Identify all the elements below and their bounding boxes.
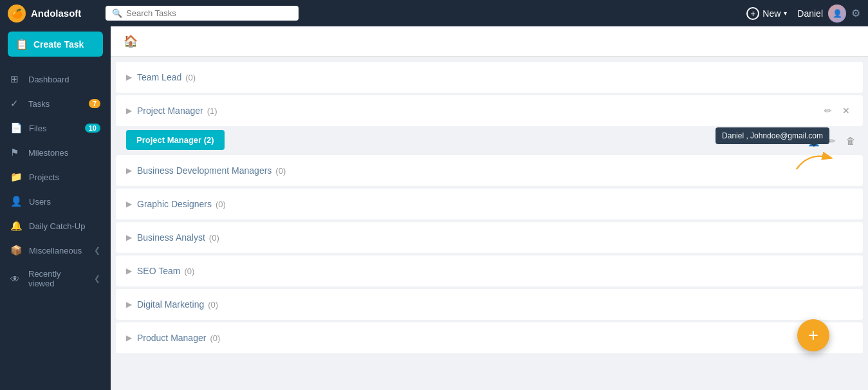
sidebar-item-tasks[interactable]: ✓ Tasks 7 bbox=[0, 91, 111, 116]
arrow-indicator bbox=[794, 147, 833, 175]
group-row: ▶ Project Manager (1) ✏ ✕ bbox=[116, 95, 863, 126]
group-count: (0) bbox=[208, 300, 218, 310]
group-count: (0) bbox=[184, 266, 194, 276]
user-name: Daniel bbox=[797, 8, 823, 19]
group-count: (0) bbox=[216, 200, 226, 209]
sidebar-item-label: Tasks bbox=[28, 99, 50, 109]
delete-button[interactable]: 🗑 bbox=[844, 135, 858, 147]
miscellaneous-icon: 📦 bbox=[10, 245, 23, 256]
group-row: ▶ Digital Marketing (0) ✏ ✕ bbox=[116, 289, 863, 320]
group-name: Digital Marketing bbox=[137, 299, 204, 310]
files-badge: 10 bbox=[85, 124, 100, 133]
group-name: Business Development Managers bbox=[137, 165, 272, 176]
chevron-right-icon: ❮ bbox=[94, 274, 100, 283]
group-name: Team Lead bbox=[137, 72, 181, 82]
task-icon: 📋 bbox=[15, 38, 28, 50]
sidebar-item-miscellaneous[interactable]: 📦 Miscellaneous ❮ bbox=[0, 238, 111, 263]
sidebar-item-projects[interactable]: 📁 Projects bbox=[0, 165, 111, 189]
group-count: (0) bbox=[275, 166, 286, 176]
sidebar-item-milestones[interactable]: ⚑ Milestones bbox=[0, 140, 111, 165]
tasks-badge: 7 bbox=[89, 99, 100, 108]
recently-viewed-icon: 👁 bbox=[10, 274, 22, 284]
content-area: 🏠 ▶ Team Lead (0) ✏ ✕ ▶ Project Manager … bbox=[111, 26, 868, 390]
chevron-right-icon: ❮ bbox=[94, 246, 100, 255]
edit-button[interactable]: ✏ bbox=[822, 265, 835, 277]
edit-button[interactable]: ✏ bbox=[822, 298, 835, 311]
group-count: (0) bbox=[210, 333, 220, 343]
group-row: ▶ SEO Team (0) ✏ ✕ bbox=[116, 255, 863, 286]
group-count: (1) bbox=[207, 106, 217, 116]
group-row: ▶ Graphic Designers (0) ✏ ✕ bbox=[116, 189, 863, 219]
group-name: Product Manager bbox=[137, 333, 206, 343]
delete-button[interactable]: ✕ bbox=[840, 298, 853, 311]
edit-button[interactable]: ✏ bbox=[822, 104, 835, 117]
milestones-icon: ⚑ bbox=[10, 147, 22, 158]
topnav-right: + New ▾ Daniel 👤 ⚙ bbox=[746, 5, 860, 23]
dashboard-icon: ⊞ bbox=[10, 73, 22, 85]
edit-button[interactable]: ✏ bbox=[822, 231, 835, 244]
group-row: ▶ Business Analyst (0) ✏ ✕ bbox=[116, 222, 863, 253]
sidebar-item-label: Milestones bbox=[28, 148, 68, 158]
sidebar-item-label: Daily Catch-Up bbox=[29, 221, 85, 231]
assigned-row-container: Project Manager (2) Daniel , Johndoe@gma… bbox=[111, 129, 868, 153]
group-row: ▶ Product Manager (0) ✏ ✕ bbox=[116, 322, 863, 353]
create-task-label: Create Task bbox=[33, 39, 84, 50]
main-layout: 📋 Create Task ⊞ Dashboard ✓ Tasks 7 📄 Fi… bbox=[0, 26, 868, 390]
sidebar-item-label: Users bbox=[29, 197, 51, 207]
files-icon: 📄 bbox=[10, 122, 23, 134]
chevron-expand-icon[interactable]: ▶ bbox=[126, 333, 132, 342]
tooltip-text: Daniel , Johndoe@gmail.com bbox=[722, 131, 823, 140]
sidebar-item-label: Files bbox=[29, 124, 46, 133]
group-name: SEO Team bbox=[137, 266, 180, 276]
edit-button[interactable]: ✏ bbox=[822, 198, 835, 210]
assigned-button[interactable]: Project Manager (2) bbox=[126, 130, 225, 150]
sidebar-item-daily-catch-up[interactable]: 🔔 Daily Catch-Up bbox=[0, 214, 111, 238]
tasks-icon: ✓ bbox=[10, 98, 22, 109]
project-manager-row-wrapper: ▶ Project Manager (1) ✏ ✕ bbox=[111, 95, 868, 126]
new-button[interactable]: + New ▾ bbox=[746, 7, 787, 20]
delete-button[interactable]: ✕ bbox=[840, 265, 853, 277]
sidebar: 📋 Create Task ⊞ Dashboard ✓ Tasks 7 📄 Fi… bbox=[0, 26, 111, 390]
group-name: Project Manager bbox=[137, 106, 203, 116]
delete-button[interactable]: ✕ bbox=[840, 104, 853, 117]
chevron-expand-icon[interactable]: ▶ bbox=[126, 73, 132, 82]
create-task-button[interactable]: 📋 Create Task bbox=[8, 32, 103, 57]
row-actions: ✏ ✕ bbox=[822, 104, 853, 117]
delete-button[interactable]: ✕ bbox=[840, 71, 853, 84]
group-row: ▶ Business Development Managers (0) ✏ ✕ bbox=[116, 155, 863, 186]
chevron-expand-icon[interactable]: ▶ bbox=[126, 200, 132, 209]
home-icon[interactable]: 🏠 bbox=[124, 34, 138, 48]
app-logo: 🍊 Andolasoft bbox=[8, 5, 98, 23]
delete-button[interactable]: ✕ bbox=[840, 231, 853, 244]
sidebar-item-files[interactable]: 📄 Files 10 bbox=[0, 116, 111, 140]
chevron-expand-icon[interactable]: ▶ bbox=[126, 166, 132, 175]
chevron-expand-icon[interactable]: ▶ bbox=[126, 266, 132, 275]
chevron-expand-icon[interactable]: ▶ bbox=[126, 233, 132, 242]
new-label: New bbox=[762, 8, 780, 19]
search-input[interactable] bbox=[126, 8, 292, 18]
edit-button[interactable]: ✏ bbox=[822, 71, 835, 84]
chevron-expand-icon[interactable]: ▶ bbox=[126, 106, 132, 115]
content-header: 🏠 bbox=[111, 26, 868, 57]
sidebar-item-label: Miscellaneous bbox=[29, 246, 82, 255]
sidebar-item-recently-viewed[interactable]: 👁 Recently viewed ❮ bbox=[0, 263, 111, 295]
group-count: (0) bbox=[185, 73, 196, 82]
sidebar-item-users[interactable]: 👤 Users bbox=[0, 189, 111, 214]
group-count: (0) bbox=[209, 233, 219, 243]
plus-circle-icon: + bbox=[746, 7, 759, 20]
delete-button[interactable]: ✕ bbox=[840, 331, 853, 344]
delete-button[interactable]: ✕ bbox=[840, 164, 853, 177]
search-box[interactable]: 🔍 bbox=[106, 6, 299, 21]
chevron-expand-icon[interactable]: ▶ bbox=[126, 300, 132, 309]
projects-icon: 📁 bbox=[10, 171, 23, 183]
search-icon: 🔍 bbox=[112, 8, 122, 18]
sidebar-item-dashboard[interactable]: ⊞ Dashboard bbox=[0, 67, 111, 91]
sidebar-item-label: Dashboard bbox=[28, 75, 69, 84]
user-area: Daniel 👤 ⚙ bbox=[797, 5, 860, 23]
delete-button[interactable]: ✕ bbox=[840, 198, 853, 210]
fab-button[interactable]: + bbox=[797, 319, 829, 351]
logo-icon: 🍊 bbox=[8, 5, 26, 23]
group-name: Graphic Designers bbox=[137, 199, 212, 209]
topnav: 🍊 Andolasoft 🔍 + New ▾ Daniel 👤 ⚙ bbox=[0, 0, 868, 26]
gear-icon[interactable]: ⚙ bbox=[851, 7, 860, 19]
